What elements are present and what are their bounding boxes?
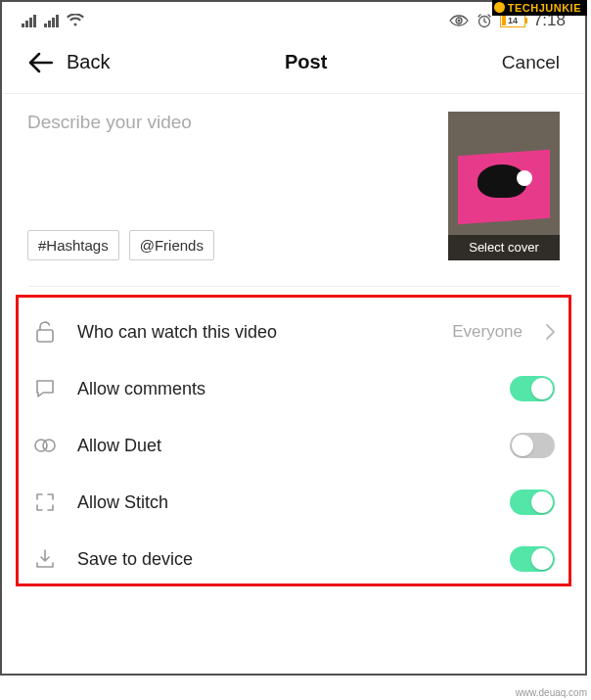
stitch-toggle[interactable] bbox=[510, 490, 555, 515]
divider bbox=[27, 286, 560, 287]
signal-icon-2 bbox=[44, 15, 59, 27]
thumbnail-subject bbox=[477, 164, 526, 198]
chevron-right-icon bbox=[546, 324, 555, 340]
alarm-icon bbox=[477, 13, 492, 28]
arrow-left-icon bbox=[27, 52, 53, 73]
stitch-icon bbox=[32, 490, 58, 515]
comments-toggle[interactable] bbox=[510, 376, 555, 401]
svg-point-4 bbox=[43, 440, 55, 451]
comments-label: Allow comments bbox=[77, 379, 490, 399]
svg-rect-2 bbox=[37, 330, 53, 342]
duet-toggle[interactable] bbox=[510, 433, 555, 458]
friends-button[interactable]: @Friends bbox=[129, 230, 214, 260]
settings-highlight-box: Who can watch this video Everyone Allow … bbox=[16, 295, 571, 586]
duet-label: Allow Duet bbox=[77, 436, 490, 456]
cancel-button[interactable]: Cancel bbox=[502, 52, 560, 73]
save-toggle[interactable] bbox=[510, 546, 555, 572]
stitch-label: Allow Stitch bbox=[77, 492, 490, 513]
comments-row: Allow comments bbox=[28, 360, 559, 417]
privacy-label: Who can watch this video bbox=[77, 322, 432, 343]
comment-icon bbox=[32, 376, 58, 401]
compose-area: Describe your video #Hashtags @Friends S… bbox=[2, 94, 585, 270]
save-row: Save to device bbox=[28, 531, 559, 582]
select-cover-label: Select cover bbox=[448, 235, 560, 260]
stitch-row: Allow Stitch bbox=[28, 474, 559, 531]
battery-icon: 14 bbox=[500, 14, 525, 27]
duet-icon bbox=[32, 433, 58, 458]
back-button[interactable]: Back bbox=[27, 51, 110, 73]
wifi-icon bbox=[67, 14, 84, 27]
signal-icon bbox=[22, 15, 36, 27]
nav-bar: Back Post Cancel bbox=[2, 29, 585, 93]
watermark-site: www.deuaq.com bbox=[516, 687, 587, 698]
eye-icon bbox=[449, 14, 469, 27]
video-thumbnail[interactable]: Select cover bbox=[448, 112, 560, 260]
save-label: Save to device bbox=[77, 549, 490, 570]
hashtags-button[interactable]: #Hashtags bbox=[27, 230, 119, 260]
privacy-row[interactable]: Who can watch this video Everyone bbox=[28, 303, 559, 360]
watermark-brand: TECHJUNKIE bbox=[492, 0, 587, 16]
duet-row: Allow Duet bbox=[28, 417, 559, 474]
unlock-icon bbox=[32, 319, 58, 345]
caption-input[interactable]: Describe your video bbox=[27, 112, 432, 133]
privacy-value: Everyone bbox=[452, 322, 523, 342]
page-title: Post bbox=[285, 51, 327, 73]
svg-point-0 bbox=[457, 20, 460, 23]
back-label: Back bbox=[67, 51, 110, 73]
download-icon bbox=[32, 546, 58, 572]
